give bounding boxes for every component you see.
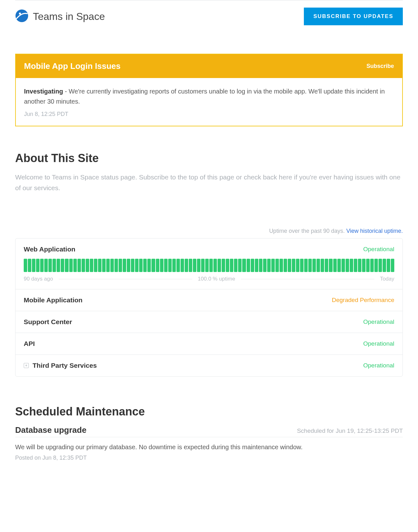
uptime-day-slice[interactable]	[119, 259, 122, 272]
uptime-day-slice[interactable]	[160, 259, 163, 272]
uptime-day-slice[interactable]	[86, 259, 89, 272]
uptime-day-slice[interactable]	[94, 259, 97, 272]
uptime-day-slice[interactable]	[251, 259, 254, 272]
uptime-day-slice[interactable]	[209, 259, 213, 272]
uptime-day-slice[interactable]	[69, 259, 73, 272]
uptime-day-slice[interactable]	[333, 259, 337, 272]
uptime-day-slice[interactable]	[288, 259, 291, 272]
uptime-day-slice[interactable]	[337, 259, 341, 272]
uptime-day-slice[interactable]	[247, 259, 250, 272]
uptime-day-slice[interactable]	[147, 259, 151, 272]
uptime-day-slice[interactable]	[354, 259, 357, 272]
uptime-day-slice[interactable]	[24, 259, 27, 272]
uptime-day-slice[interactable]	[197, 259, 200, 272]
uptime-day-slice[interactable]	[181, 259, 184, 272]
uptime-day-slice[interactable]	[193, 259, 196, 272]
uptime-day-slice[interactable]	[61, 259, 64, 272]
uptime-day-slice[interactable]	[358, 259, 361, 272]
uptime-day-slice[interactable]	[143, 259, 147, 272]
uptime-day-slice[interactable]	[387, 259, 390, 272]
uptime-day-slice[interactable]	[238, 259, 242, 272]
uptime-day-slice[interactable]	[267, 259, 271, 272]
uptime-day-slice[interactable]	[73, 259, 77, 272]
uptime-day-slice[interactable]	[48, 259, 52, 272]
uptime-day-slice[interactable]	[164, 259, 168, 272]
uptime-day-slice[interactable]	[325, 259, 328, 272]
brand[interactable]: Teams in Space	[15, 9, 105, 24]
uptime-day-slice[interactable]	[185, 259, 188, 272]
uptime-day-slice[interactable]	[350, 259, 353, 272]
incident-subscribe-link[interactable]: Subscribe	[366, 63, 394, 70]
uptime-day-slice[interactable]	[284, 259, 287, 272]
uptime-day-slice[interactable]	[82, 259, 85, 272]
uptime-day-slice[interactable]	[90, 259, 93, 272]
uptime-day-slice[interactable]	[156, 259, 159, 272]
uptime-day-slice[interactable]	[205, 259, 209, 272]
uptime-day-slice[interactable]	[201, 259, 205, 272]
uptime-day-slice[interactable]	[300, 259, 304, 272]
uptime-day-slice[interactable]	[114, 259, 118, 272]
uptime-day-slice[interactable]	[263, 259, 267, 272]
uptime-day-slice[interactable]	[280, 259, 283, 272]
component-name[interactable]: +Third Party Services	[24, 362, 97, 369]
uptime-day-slice[interactable]	[226, 259, 229, 272]
uptime-day-slice[interactable]	[312, 259, 316, 272]
uptime-day-slice[interactable]	[296, 259, 299, 272]
uptime-day-slice[interactable]	[52, 259, 56, 272]
component-head: Support CenterOperational	[24, 318, 394, 326]
uptime-day-slice[interactable]	[255, 259, 258, 272]
uptime-day-slice[interactable]	[168, 259, 172, 272]
uptime-day-slice[interactable]	[346, 259, 349, 272]
expand-icon[interactable]: +	[24, 363, 29, 368]
uptime-day-slice[interactable]	[292, 259, 295, 272]
uptime-day-slice[interactable]	[77, 259, 81, 272]
uptime-day-slice[interactable]	[230, 259, 233, 272]
uptime-day-slice[interactable]	[32, 259, 35, 272]
uptime-day-slice[interactable]	[98, 259, 101, 272]
svg-point-0	[15, 9, 28, 22]
uptime-day-slice[interactable]	[304, 259, 308, 272]
uptime-day-slice[interactable]	[110, 259, 114, 272]
uptime-day-slice[interactable]	[366, 259, 370, 272]
uptime-day-slice[interactable]	[362, 259, 366, 272]
uptime-day-slice[interactable]	[234, 259, 237, 272]
uptime-day-slice[interactable]	[44, 259, 48, 272]
uptime-day-slice[interactable]	[329, 259, 332, 272]
uptime-day-slice[interactable]	[28, 259, 31, 272]
uptime-day-slice[interactable]	[131, 259, 134, 272]
uptime-day-slice[interactable]	[383, 259, 386, 272]
uptime-day-slice[interactable]	[135, 259, 138, 272]
uptime-day-slice[interactable]	[370, 259, 374, 272]
uptime-day-slice[interactable]	[259, 259, 262, 272]
uptime-day-slice[interactable]	[176, 259, 180, 272]
uptime-bar[interactable]	[24, 259, 394, 272]
uptime-day-slice[interactable]	[40, 259, 44, 272]
uptime-day-slice[interactable]	[222, 259, 225, 272]
subscribe-updates-button[interactable]: Subscribe to Updates	[304, 8, 403, 25]
historical-uptime-link[interactable]: View historical uptime.	[346, 228, 403, 234]
uptime-day-slice[interactable]	[172, 259, 176, 272]
uptime-day-slice[interactable]	[275, 259, 279, 272]
uptime-day-slice[interactable]	[106, 259, 110, 272]
uptime-day-slice[interactable]	[57, 259, 60, 272]
uptime-day-slice[interactable]	[321, 259, 324, 272]
uptime-day-slice[interactable]	[139, 259, 143, 272]
uptime-day-slice[interactable]	[123, 259, 126, 272]
uptime-day-slice[interactable]	[213, 259, 217, 272]
uptime-day-slice[interactable]	[242, 259, 246, 272]
uptime-day-slice[interactable]	[102, 259, 106, 272]
uptime-day-slice[interactable]	[308, 259, 312, 272]
uptime-day-slice[interactable]	[218, 259, 221, 272]
uptime-day-slice[interactable]	[341, 259, 345, 272]
uptime-day-slice[interactable]	[317, 259, 320, 272]
uptime-day-slice[interactable]	[36, 259, 40, 272]
uptime-day-slice[interactable]	[189, 259, 192, 272]
uptime-day-slice[interactable]	[391, 259, 394, 272]
uptime-day-slice[interactable]	[271, 259, 275, 272]
uptime-day-slice[interactable]	[65, 259, 68, 272]
uptime-day-slice[interactable]	[151, 259, 155, 272]
uptime-day-slice[interactable]	[378, 259, 382, 272]
uptime-day-slice[interactable]	[127, 259, 130, 272]
uptime-day-slice[interactable]	[374, 259, 378, 272]
maintenance-item-title[interactable]: Database upgrade	[15, 425, 86, 435]
